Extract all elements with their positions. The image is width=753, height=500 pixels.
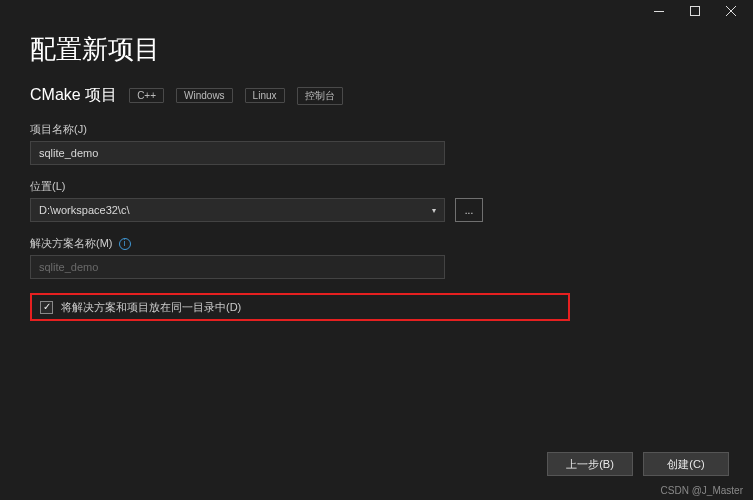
same-directory-label: 将解决方案和项目放在同一目录中(D): [61, 300, 241, 315]
project-name-input[interactable]: [30, 141, 445, 165]
tag-linux: Linux: [245, 88, 285, 103]
footer-buttons: 上一步(B) 创建(C): [547, 452, 729, 476]
solution-name-label-row: 解决方案名称(M) i: [30, 236, 723, 251]
tag-windows: Windows: [176, 88, 233, 103]
maximize-button[interactable]: [677, 0, 713, 22]
info-icon[interactable]: i: [119, 238, 131, 250]
browse-button[interactable]: ...: [455, 198, 483, 222]
maximize-icon: [690, 6, 700, 16]
watermark: CSDN @J_Master: [661, 485, 743, 496]
create-button[interactable]: 创建(C): [643, 452, 729, 476]
tag-console: 控制台: [297, 87, 343, 105]
solution-name-label: 解决方案名称(M): [30, 236, 113, 251]
page-title: 配置新项目: [30, 32, 723, 67]
close-icon: [726, 6, 736, 16]
svg-rect-0: [654, 11, 664, 12]
location-value: D:\workspace32\c\: [39, 204, 129, 216]
project-name-label: 项目名称(J): [30, 122, 723, 137]
minimize-icon: [654, 11, 664, 12]
chevron-down-icon: ▾: [432, 206, 436, 215]
project-name-group: 项目名称(J): [30, 122, 723, 165]
dialog-content: 配置新项目 CMake 项目 C++ Windows Linux 控制台 项目名…: [0, 22, 753, 321]
minimize-button[interactable]: [641, 0, 677, 22]
tag-cpp: C++: [129, 88, 164, 103]
window-titlebar: [0, 0, 753, 22]
same-directory-highlight: ✓ 将解决方案和项目放在同一目录中(D): [30, 293, 570, 321]
location-label: 位置(L): [30, 179, 723, 194]
solution-name-input: sqlite_demo: [30, 255, 445, 279]
location-dropdown[interactable]: D:\workspace32\c\ ▾: [30, 198, 445, 222]
svg-rect-1: [691, 7, 700, 16]
same-directory-checkbox-row[interactable]: ✓ 将解决方案和项目放在同一目录中(D): [40, 300, 241, 315]
back-button[interactable]: 上一步(B): [547, 452, 633, 476]
project-type-row: CMake 项目 C++ Windows Linux 控制台: [30, 85, 723, 106]
solution-name-group: 解决方案名称(M) i sqlite_demo: [30, 236, 723, 279]
same-directory-checkbox[interactable]: ✓: [40, 301, 53, 314]
close-button[interactable]: [713, 0, 749, 22]
location-group: 位置(L) D:\workspace32\c\ ▾ ...: [30, 179, 723, 222]
project-type-label: CMake 项目: [30, 85, 117, 106]
